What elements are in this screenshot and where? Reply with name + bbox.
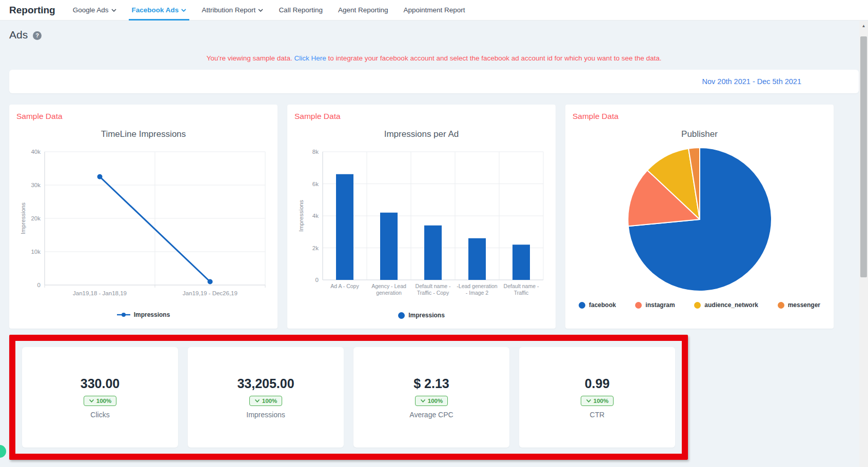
top-navigation: Reporting Google Ads Facebook Ads Attrib… xyxy=(0,0,868,21)
tab-facebook-ads[interactable]: Facebook Ads xyxy=(132,0,187,21)
click-here-link[interactable]: Click Here xyxy=(294,54,326,62)
tab-label: Appointment Report xyxy=(404,6,465,14)
legend-item-audience-network[interactable]: audience_network xyxy=(694,301,758,309)
stat-card-average-cpc: $ 2.13 100% Average CPC xyxy=(353,347,509,448)
stat-value: $ 2.13 xyxy=(413,376,449,391)
line-legend-marker-icon xyxy=(117,310,130,319)
stat-value: 330.00 xyxy=(81,376,120,391)
change-percent: 100% xyxy=(262,398,277,404)
svg-text:-Lead generation: -Lead generation xyxy=(457,283,498,289)
svg-text:8k: 8k xyxy=(312,149,318,155)
chevron-down-icon xyxy=(586,398,591,404)
impressions-per-ad-bar-chart: 02k4k6k8kAd A - CopyAgency - Leadgenerat… xyxy=(296,143,547,306)
publisher-card: Sample Data Publisher facebook instagram… xyxy=(565,105,834,329)
tab-label: Agent Reporting xyxy=(338,6,388,14)
svg-text:4k: 4k xyxy=(312,213,318,219)
chevron-down-icon xyxy=(420,398,426,404)
svg-text:6k: 6k xyxy=(312,181,318,187)
svg-text:40k: 40k xyxy=(31,149,41,155)
timeline-impressions-line-chart: 010k20k30k40kJan19,18 - Jan18,19Jan19,19… xyxy=(18,143,269,304)
sample-data-label: Sample Data xyxy=(16,112,270,121)
chevron-down-icon xyxy=(89,398,94,404)
stat-label: Average CPC xyxy=(409,411,453,419)
tab-label: Attribution Report xyxy=(202,6,255,14)
chart-title: TimeLine Impressions xyxy=(16,129,270,139)
change-badge: 100% xyxy=(249,396,282,406)
svg-text:Impressions: Impressions xyxy=(20,202,26,234)
date-filter-bar: Nov 20th 2021 - Dec 5th 2021 xyxy=(9,70,859,93)
svg-text:Jan19,18 - Jan18,19: Jan19,18 - Jan18,19 xyxy=(73,290,127,296)
change-percent: 100% xyxy=(96,398,111,404)
legend-label: Impressions xyxy=(408,312,445,319)
tab-label: Google Ads xyxy=(73,6,109,14)
banner-text-prefix: You're viewing sample data. xyxy=(207,54,292,62)
dot-legend-marker-icon xyxy=(778,302,784,309)
svg-text:0: 0 xyxy=(315,277,318,283)
change-percent: 100% xyxy=(594,398,608,404)
vertical-scrollbar[interactable]: ▲ xyxy=(859,21,868,467)
scroll-up-arrow-icon[interactable]: ▲ xyxy=(859,21,868,30)
svg-text:Ad A - Copy: Ad A - Copy xyxy=(330,283,359,289)
chart-title: Impressions per Ad xyxy=(294,129,548,139)
svg-text:Agency - Lead: Agency - Lead xyxy=(371,283,406,289)
svg-text:0: 0 xyxy=(37,282,40,288)
stat-value: 0.99 xyxy=(585,376,610,391)
date-range-picker[interactable]: Nov 20th 2021 - Dec 5th 2021 xyxy=(702,77,801,86)
chart-title: Publisher xyxy=(573,129,826,139)
tab-label: Facebook Ads xyxy=(132,6,179,14)
legend-item-facebook[interactable]: facebook xyxy=(579,301,616,309)
svg-text:generation: generation xyxy=(376,290,402,296)
svg-text:Traffic: Traffic xyxy=(514,290,528,296)
sample-data-banner: You're viewing sample data. Click Here t… xyxy=(9,54,859,62)
change-badge: 100% xyxy=(581,396,614,406)
dot-legend-marker-icon xyxy=(635,302,642,309)
stat-label: Clicks xyxy=(90,411,109,419)
chevron-down-icon xyxy=(111,9,116,12)
tab-attribution-report[interactable]: Attribution Report xyxy=(202,0,263,21)
svg-text:Default name -: Default name - xyxy=(415,283,450,289)
change-badge: 100% xyxy=(415,396,448,406)
scrollbar-thumb[interactable] xyxy=(860,36,867,277)
sample-data-label: Sample Data xyxy=(573,112,826,121)
highlight-frame: 330.00 100% Clicks 33,205.00 100% Impres… xyxy=(9,335,688,460)
tab-call-reporting[interactable]: Call Reporting xyxy=(279,0,323,21)
svg-text:2k: 2k xyxy=(312,245,318,251)
sample-data-label: Sample Data xyxy=(294,112,548,121)
svg-text:Default name -: Default name - xyxy=(503,283,539,289)
tab-label: Call Reporting xyxy=(279,6,323,14)
stat-card-ctr: 0.99 100% CTR xyxy=(519,347,675,448)
tab-agent-reporting[interactable]: Agent Reporting xyxy=(338,0,388,21)
stat-card-impressions: 33,205.00 100% Impressions xyxy=(188,347,344,448)
legend-item-impressions[interactable]: Impressions xyxy=(398,312,445,319)
dot-legend-marker-icon xyxy=(398,312,405,319)
legend-item-messenger[interactable]: messenger xyxy=(778,301,820,309)
chevron-down-icon xyxy=(258,9,263,12)
publisher-pie-chart xyxy=(623,143,777,296)
stat-card-clicks: 330.00 100% Clicks xyxy=(22,347,178,448)
legend-label: facebook xyxy=(589,301,616,309)
chevron-down-icon xyxy=(181,9,186,12)
stat-value: 33,205.00 xyxy=(237,376,294,391)
legend-label: Impressions xyxy=(134,311,170,318)
app-title: Reporting xyxy=(9,5,55,16)
stat-label: Impressions xyxy=(246,411,285,419)
stat-label: CTR xyxy=(590,411,605,419)
legend-label: messenger xyxy=(788,301,820,309)
svg-text:20k: 20k xyxy=(31,215,41,221)
page-title: Ads xyxy=(9,29,28,41)
banner-text-suffix: to integrate your facebook account and s… xyxy=(328,54,662,62)
tab-google-ads[interactable]: Google Ads xyxy=(73,0,116,21)
svg-text:- Image 2: - Image 2 xyxy=(465,290,488,296)
dot-legend-marker-icon xyxy=(579,302,585,309)
tab-appointment-report[interactable]: Appointment Report xyxy=(404,0,465,21)
svg-text:Impressions: Impressions xyxy=(298,200,304,232)
impressions-per-ad-card: Sample Data Impressions per Ad 02k4k6k8k… xyxy=(287,105,556,329)
legend-label: instagram xyxy=(645,301,675,309)
legend-item-impressions[interactable]: Impressions xyxy=(117,310,170,319)
legend-item-instagram[interactable]: instagram xyxy=(635,301,675,309)
svg-text:10k: 10k xyxy=(31,249,41,255)
change-badge: 100% xyxy=(84,396,116,406)
help-icon[interactable]: ? xyxy=(33,31,42,40)
main-content: Ads ? You're viewing sample data. Click … xyxy=(0,29,868,460)
timeline-impressions-card: Sample Data TimeLine Impressions 010k20k… xyxy=(9,105,278,329)
